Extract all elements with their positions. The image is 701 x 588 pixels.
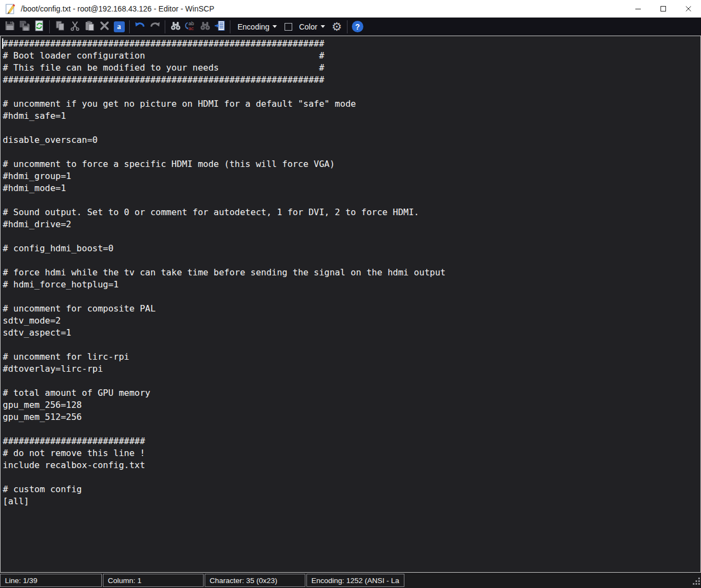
svg-text:ab: ab: [188, 20, 194, 26]
delete-button[interactable]: [97, 19, 112, 34]
redo-button[interactable]: [147, 19, 162, 34]
editor-content[interactable]: ########################################…: [1, 36, 700, 508]
chevron-down-icon: [321, 25, 325, 28]
editor-area[interactable]: ########################################…: [0, 36, 701, 573]
replace-icon: ab ac: [184, 20, 196, 34]
toolbar-separator: [347, 20, 347, 33]
find-next-button[interactable]: [198, 19, 212, 34]
toolbar-separator: [165, 20, 165, 33]
save-button[interactable]: [2, 19, 17, 34]
editor-pencil-icon: [4, 2, 18, 15]
close-button[interactable]: [676, 0, 701, 18]
toolbar-separator: [129, 20, 130, 33]
redo-icon: [149, 20, 161, 33]
status-encoding: Encoding: 1252 (ANSI - La: [306, 574, 404, 587]
color-checkbox[interactable]: [285, 23, 292, 31]
find-next-icon: [199, 20, 211, 33]
chevron-down-icon: [273, 25, 277, 28]
save-as-button[interactable]: [17, 19, 32, 34]
paste-icon: [84, 20, 95, 33]
window-title: /boot/config.txt - root@192.168.43.126 -…: [21, 4, 215, 13]
status-line: Line: 1/39: [0, 574, 102, 587]
maximize-button[interactable]: [651, 0, 676, 18]
goto-line-button[interactable]: [212, 19, 227, 34]
cut-button[interactable]: [67, 19, 82, 34]
find-icon: [170, 20, 182, 33]
select-all-button[interactable]: a: [112, 19, 126, 34]
window-controls: [625, 0, 701, 18]
titlebar: /boot/config.txt - root@192.168.43.126 -…: [0, 0, 701, 18]
goto-line-icon: [214, 20, 226, 33]
copy-button[interactable]: [53, 19, 67, 34]
winscp-editor-window: /boot/config.txt - root@192.168.43.126 -…: [0, 0, 701, 588]
find-button[interactable]: [168, 19, 183, 34]
resize-grip-icon[interactable]: [692, 577, 700, 587]
select-all-icon: a: [114, 21, 125, 32]
paste-button[interactable]: [82, 19, 97, 34]
undo-button[interactable]: [132, 19, 147, 34]
copy-icon: [55, 20, 66, 33]
minimize-button[interactable]: [625, 0, 651, 18]
text-caret: [2, 38, 3, 49]
status-bar: Line: 1/39 Column: 1 Character: 35 (0x23…: [0, 573, 701, 588]
save-as-icon: [19, 20, 30, 33]
reload-icon: [34, 20, 45, 33]
preferences-button[interactable]: ⚙: [329, 19, 344, 34]
cut-icon: [69, 20, 80, 33]
toolbar-separator: [230, 20, 230, 33]
help-icon: ?: [352, 21, 363, 32]
color-dropdown[interactable]: Color: [294, 19, 329, 34]
encoding-label: Encoding: [237, 22, 269, 31]
delete-icon: [99, 20, 110, 33]
toolbar-separator: [49, 20, 50, 33]
color-label: Color: [299, 22, 317, 31]
replace-button[interactable]: ab ac: [183, 19, 198, 34]
status-character: Character: 35 (0x23): [205, 574, 305, 587]
help-button[interactable]: ?: [350, 19, 365, 34]
undo-icon: [134, 20, 146, 33]
toolbar: a: [0, 18, 701, 36]
gear-icon: ⚙: [332, 21, 342, 32]
reload-button[interactable]: [32, 19, 47, 34]
svg-text:ac: ac: [188, 26, 194, 31]
encoding-dropdown[interactable]: Encoding: [233, 19, 281, 34]
status-column: Column: 1: [103, 574, 204, 587]
save-icon: [4, 20, 15, 33]
